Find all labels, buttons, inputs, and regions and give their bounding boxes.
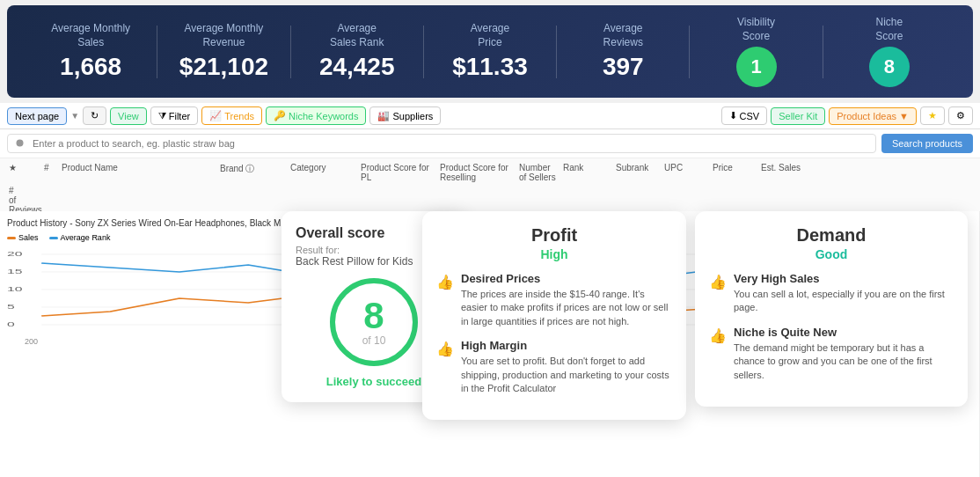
svg-text:15: 15 [7, 268, 23, 275]
very-high-sales-feature: 👍 Very High Sales You can sell a lot, es… [709, 272, 954, 315]
legend-sales-dot [7, 237, 16, 239]
suppliers-icon: 🏭 [377, 110, 390, 121]
demand-subtitle: Good [709, 247, 954, 261]
niche-new-feature: 👍 Niche is Quite New The demand might be… [709, 326, 954, 382]
filter-button[interactable]: ⧩ Filter [150, 106, 198, 125]
demand-panel: Demand Good 👍 Very High Sales You can se… [695, 211, 968, 407]
filter-icon: ⧩ [158, 110, 166, 121]
trends-icon: 📈 [209, 110, 222, 121]
col-upc: UPC [662, 161, 711, 184]
high-margin-content: High Margin You are set to profit. But d… [461, 339, 672, 395]
csv-icon: ⬇ [729, 110, 737, 121]
profit-panel: Profit High 👍 Desired Prices The prices … [422, 211, 686, 420]
high-margin-title: High Margin [461, 339, 672, 352]
niche-score-label: NicheScore [823, 16, 955, 43]
trends-button[interactable]: 📈 Trends [201, 106, 262, 125]
legend-rank-dot [49, 237, 58, 239]
demand-title: Demand [709, 225, 954, 246]
refresh-button[interactable]: ↻ [83, 106, 106, 125]
avg-monthly-revenue-label: Average MonthlyRevenue [157, 22, 289, 49]
avg-sales-rank-stat: AverageSales Rank 24,425 [291, 22, 423, 81]
gear-icon: ⚙ [956, 110, 965, 121]
avg-reviews-label: AverageReviews [557, 22, 689, 49]
col-sales: Est. Sales [759, 161, 808, 184]
search-button[interactable]: Search products [881, 134, 973, 153]
very-high-sales-title: Very High Sales [734, 272, 954, 285]
col-brand: Brand ⓘ [218, 161, 289, 184]
thumbs-up-icon-3: 👍 [709, 274, 727, 315]
avg-monthly-sales-stat: Average MonthlySales 1,668 [25, 22, 157, 81]
col-score-rs: Product Score for Reselling [438, 161, 517, 184]
desired-prices-content: Desired Prices The prices are inside the… [461, 272, 672, 328]
csv-button[interactable]: ⬇ CSV [721, 106, 768, 125]
col-category: Category [289, 161, 359, 184]
col-name: Product Name [60, 161, 218, 184]
avg-monthly-revenue-stat: Average MonthlyRevenue $21,102 [157, 22, 289, 81]
avg-reviews-value: 397 [557, 53, 689, 81]
very-high-sales-text: You can sell a lot, especially if you ar… [734, 288, 954, 315]
col-sellers: Number of Sellers [517, 161, 561, 184]
col-star: ★ [7, 161, 25, 184]
thumbs-up-icon-2: 👍 [436, 341, 454, 395]
niche-new-content: Niche is Quite New The demand might be t… [734, 326, 954, 382]
desired-prices-title: Desired Prices [461, 272, 672, 285]
suppliers-button[interactable]: 🏭 Suppliers [369, 106, 441, 125]
col-score-pl: Product Score for PL [359, 161, 438, 184]
avg-sales-rank-value: 24,425 [291, 53, 423, 81]
desired-prices-feature: 👍 Desired Prices The prices are inside t… [436, 272, 672, 328]
col-num: # [42, 161, 60, 184]
avg-price-stat: AveragePrice $11.33 [424, 22, 556, 81]
big-score-circle: 8 of 10 [330, 278, 418, 366]
svg-text:5: 5 [7, 303, 15, 311]
product-ideas-button[interactable]: Product Ideas ▼ [829, 107, 917, 125]
big-score-denom: of 10 [362, 334, 386, 347]
star-button[interactable]: ★ [920, 106, 945, 125]
visibility-score-label: VisibilityScore [690, 16, 822, 43]
visibility-score-stat: VisibilityScore 1 [690, 16, 822, 87]
desired-prices-text: The prices are inside the $15-40 range. … [461, 288, 672, 328]
svg-text:0: 0 [7, 320, 15, 328]
stats-bar: Average MonthlySales 1,668 Average Month… [7, 5, 973, 98]
search-input[interactable] [7, 134, 876, 153]
avg-monthly-sales-value: 1,668 [25, 53, 157, 81]
avg-reviews-stat: AverageReviews 397 [557, 22, 689, 81]
col-icon [25, 161, 42, 184]
niche-new-text: The demand might be temporary but it has… [734, 341, 954, 382]
high-margin-text: You are set to profit. But don't forget … [461, 355, 672, 395]
legend-rank: Average Rank [49, 233, 111, 242]
seller-kit-button[interactable]: Seller Kit [771, 107, 825, 125]
visibility-score-circle: 1 [736, 47, 777, 87]
main-content: Product History - Sony ZX Series Wired O… [0, 211, 980, 477]
col-subrank: Subrank [614, 161, 662, 184]
toolbar: Next page ▼ ↻ View ⧩ Filter 📈 Trends 🔑 N… [0, 103, 980, 129]
view-button[interactable]: View [110, 107, 147, 125]
settings-button[interactable]: ⚙ [948, 106, 973, 125]
thumbs-up-icon-1: 👍 [436, 274, 454, 328]
high-margin-feature: 👍 High Margin You are set to profit. But… [436, 339, 672, 395]
avg-monthly-sales-label: Average MonthlySales [25, 22, 157, 49]
next-page-button[interactable]: Next page [7, 107, 67, 125]
svg-text:20: 20 [7, 250, 23, 258]
dropdown-icon: ▼ [899, 111, 909, 121]
profit-subtitle: High [436, 247, 672, 261]
col-rank: Rank [561, 161, 614, 184]
avg-price-value: $11.33 [424, 53, 556, 81]
col-price: Price [711, 161, 759, 184]
thumbs-up-icon-4: 👍 [709, 327, 727, 382]
avg-price-label: AveragePrice [424, 22, 556, 49]
legend-sales: Sales [7, 233, 39, 242]
very-high-sales-content: Very High Sales You can sell a lot, espe… [734, 272, 954, 315]
niche-new-title: Niche is Quite New [734, 326, 954, 339]
niche-score-stat: NicheScore 8 [823, 16, 955, 87]
niche-keywords-button[interactable]: 🔑 Niche Keywords [266, 106, 366, 125]
avg-sales-rank-label: AverageSales Rank [291, 22, 423, 49]
niche-score-circle: 8 [869, 47, 910, 87]
niche-kw-icon: 🔑 [274, 110, 286, 121]
profit-title: Profit [436, 225, 672, 246]
avg-monthly-revenue-value: $21,102 [157, 53, 289, 81]
search-area: Search products [0, 129, 980, 158]
big-score-number: 8 [363, 297, 384, 334]
svg-text:10: 10 [7, 285, 23, 293]
